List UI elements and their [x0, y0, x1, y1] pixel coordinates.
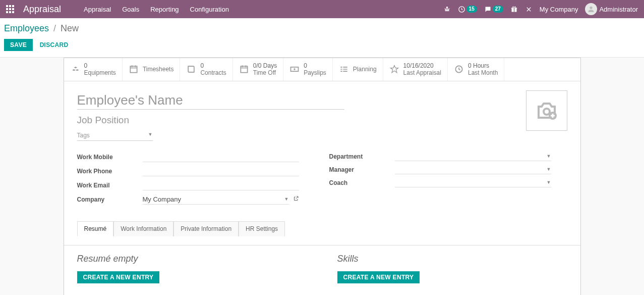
company-value: My Company: [143, 195, 182, 203]
resume-new-entry-button[interactable]: Create a New Entry: [77, 271, 160, 283]
save-button[interactable]: Save: [4, 39, 33, 51]
stat-timeoff[interactable]: 0/0 Days Time Off: [233, 58, 283, 81]
breadcrumb-sep: /: [51, 23, 58, 33]
svg-point-5: [512, 6, 514, 8]
discard-button[interactable]: Discard: [35, 39, 74, 51]
stat-val: 10/16/2020: [403, 62, 441, 69]
skills-section: Skills Create a New Entry: [337, 254, 567, 283]
menu-reporting[interactable]: Reporting: [150, 6, 179, 13]
chevron-down-icon: ▼: [547, 154, 551, 159]
stat-last-appraisal[interactable]: 10/16/2020 Last Appraisal: [383, 58, 448, 81]
star-icon: [389, 64, 399, 74]
activities-icon[interactable]: 15: [458, 6, 477, 13]
stat-buttons: 0 Equipments Timesheets 0 Contracts: [64, 58, 580, 81]
camera-plus-icon: [535, 99, 559, 123]
stat-payslips[interactable]: 0 Payslips: [283, 58, 333, 81]
stat-lbl: Payslips: [304, 69, 326, 76]
stat-val: 0/0 Days: [253, 62, 277, 69]
stat-timesheets[interactable]: Timesheets: [123, 58, 181, 81]
chevron-down-icon: ▼: [148, 132, 153, 139]
menu-configuration[interactable]: Configuration: [190, 6, 229, 13]
tab-work-information[interactable]: Work Information: [113, 221, 173, 236]
resume-section: Resumé empty Create a New Entry: [77, 254, 307, 283]
label-company: Company: [77, 196, 143, 203]
tags-field[interactable]: Tags ▼: [77, 130, 153, 141]
stat-lbl: Last Month: [468, 69, 498, 76]
user-menu[interactable]: Administrator: [585, 3, 638, 15]
employee-image[interactable]: [526, 90, 567, 131]
stat-lbl: Timesheets: [143, 66, 174, 73]
skills-heading: Skills: [337, 254, 567, 264]
book-icon: [186, 64, 196, 74]
menu-appraisal[interactable]: Appraisal: [84, 6, 111, 13]
debug-icon[interactable]: [443, 6, 451, 13]
tab-hr-settings[interactable]: HR Settings: [239, 221, 285, 236]
tab-resume[interactable]: Resumé: [77, 221, 114, 236]
stat-val: 0 Hours: [468, 62, 498, 69]
form-sheet: 0 Equipments Timesheets 0 Contracts: [64, 58, 581, 295]
control-bar: Employees / New Save Discard: [0, 18, 644, 58]
stat-lbl: Contracts: [200, 69, 226, 76]
field-company: Company My Company ▼: [77, 194, 299, 205]
stat-last-month[interactable]: 0 Hours Last Month: [448, 58, 504, 81]
employee-name-input[interactable]: [77, 90, 344, 110]
label-work-email: Work Email: [77, 182, 143, 189]
stat-contracts[interactable]: 0 Contracts: [180, 58, 232, 81]
skills-new-entry-button[interactable]: Create a New Entry: [337, 271, 420, 283]
chevron-down-icon: ▼: [547, 167, 551, 172]
tasks-icon: [339, 64, 349, 74]
menu-goals[interactable]: Goals: [122, 6, 139, 13]
gift-icon[interactable]: [510, 6, 518, 13]
topnav: Appraisal Appraisal Goals Reporting Conf…: [0, 0, 644, 18]
svg-rect-8: [130, 67, 137, 73]
field-work-mobile: Work Mobile: [77, 152, 299, 162]
tools-icon[interactable]: [525, 6, 533, 13]
field-col-right: Department ▼ Manager ▼ Coach: [329, 152, 551, 209]
messages-icon[interactable]: 27: [484, 6, 503, 13]
label-work-phone: Work Phone: [77, 168, 143, 175]
apps-icon[interactable]: [6, 5, 14, 13]
nav-right: 15 27 My Company Administrator: [443, 3, 638, 15]
messages-badge: 27: [493, 6, 503, 13]
calendar-icon: [129, 64, 139, 74]
stat-equipments[interactable]: 0 Equipments: [64, 58, 123, 81]
field-coach: Coach ▼: [329, 178, 551, 187]
activities-badge: 15: [466, 6, 477, 13]
select-manager[interactable]: ▼: [395, 165, 551, 174]
field-work-phone: Work Phone: [77, 166, 299, 176]
select-company[interactable]: My Company ▼: [143, 194, 289, 205]
clock-icon: [454, 64, 464, 74]
tab-private-information[interactable]: Private Information: [173, 221, 239, 236]
svg-point-6: [514, 6, 516, 8]
form-body: Tags ▼ Work Mobile Work Phone Work Email: [64, 81, 580, 245]
svg-rect-4: [514, 8, 514, 12]
stat-lbl: Time Off: [253, 69, 277, 76]
calendar-icon: [239, 64, 249, 74]
select-coach[interactable]: ▼: [395, 178, 551, 187]
field-department: Department ▼: [329, 152, 551, 161]
label-work-mobile: Work Mobile: [77, 154, 143, 161]
select-department[interactable]: ▼: [395, 152, 551, 161]
stat-val: 0: [84, 62, 116, 69]
avatar-icon: [585, 3, 597, 15]
input-work-email[interactable]: [143, 180, 299, 190]
external-link-icon[interactable]: [293, 195, 299, 203]
chevron-down-icon: ▼: [547, 180, 551, 185]
label-coach: Coach: [329, 179, 395, 186]
input-work-mobile[interactable]: [143, 152, 299, 162]
field-columns: Work Mobile Work Phone Work Email Compan…: [77, 152, 567, 209]
svg-point-13: [544, 109, 550, 115]
user-name: Administrator: [599, 6, 638, 13]
breadcrumb-root[interactable]: Employees: [4, 23, 49, 33]
input-work-phone[interactable]: [143, 166, 299, 176]
company-selector[interactable]: My Company: [540, 6, 578, 13]
job-position-input[interactable]: [77, 114, 344, 127]
label-department: Department: [329, 153, 395, 160]
svg-point-7: [590, 7, 593, 9]
stat-planning[interactable]: Planning: [333, 58, 383, 81]
tabs: Resumé Work Information Private Informat…: [77, 221, 567, 236]
svg-point-0: [446, 6, 448, 8]
stat-val: 0: [304, 62, 326, 69]
field-col-left: Work Mobile Work Phone Work Email Compan…: [77, 152, 299, 209]
svg-point-11: [294, 69, 296, 70]
